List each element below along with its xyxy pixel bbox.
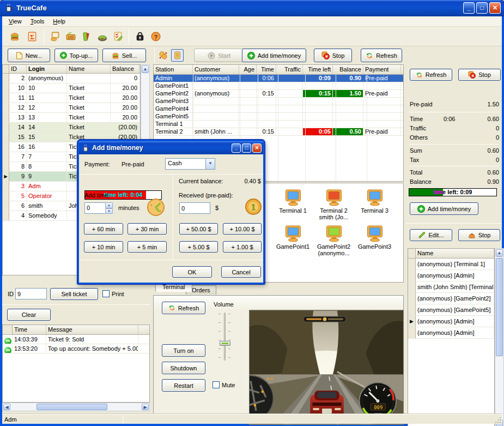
- terminal-icon-item[interactable]: GamePoint2 (anonymo...: [313, 225, 354, 256]
- table-row[interactable]: 13 13 Ticket 20.00: [3, 113, 140, 123]
- scroll-right-arrow[interactable]: ▶: [142, 404, 149, 410]
- terminal-refresh-button[interactable]: Refresh: [162, 302, 205, 314]
- session-row[interactable]: (anonymous) [Admin]: [408, 327, 494, 339]
- add-time-money-button[interactable]: Add time/money: [242, 49, 306, 62]
- session-row[interactable]: (anonymous) [GamePoint5]: [408, 304, 494, 316]
- dialog-close-button[interactable]: ✕: [252, 143, 262, 153]
- restart-button[interactable]: Restart: [162, 379, 205, 392]
- menu-item[interactable]: Tools: [26, 17, 49, 26]
- scroll-up-arrow[interactable]: ▲: [142, 65, 149, 73]
- turn-on-button[interactable]: Turn on: [162, 344, 205, 357]
- scroll-up-arrow[interactable]: ▲: [496, 249, 503, 257]
- minutes-stepper[interactable]: ▲▼: [84, 202, 113, 214]
- payment-method-select[interactable]: Cash ▼: [165, 158, 215, 170]
- menu-item[interactable]: View: [4, 17, 26, 26]
- session-row[interactable]: ▶ (anonymous) [Admin]: [408, 316, 494, 327]
- stop-button[interactable]: Stop: [314, 49, 352, 62]
- ok-button[interactable]: OK: [172, 266, 212, 278]
- ticket-id-input[interactable]: [15, 288, 47, 299]
- dialog-maximize-button[interactable]: □: [242, 143, 251, 153]
- terminal-icon-item[interactable]: Terminal 2 smith (Jo...: [313, 189, 354, 220]
- minutes-input[interactable]: [84, 202, 105, 214]
- col-time-left[interactable]: Time left: [303, 65, 333, 74]
- exchange-icon[interactable]: [157, 49, 169, 62]
- log-row[interactable]: 14:03:39 Ticket 9: Sold: [3, 335, 149, 344]
- add-money-button[interactable]: + 5.00 $: [179, 241, 218, 253]
- add-money-button[interactable]: + 1.00 $: [223, 241, 262, 253]
- table-row[interactable]: 11 11 Ticket 20.00: [3, 93, 140, 103]
- start-button[interactable]: Start: [194, 49, 244, 62]
- minimize-button[interactable]: _: [463, 2, 475, 14]
- lock-icon[interactable]: [133, 29, 147, 44]
- help-icon[interactable]: ?: [149, 29, 163, 44]
- session-row[interactable]: smith (John Smith) [Terminal 2]: [408, 281, 494, 293]
- col-name[interactable]: Name: [416, 249, 494, 258]
- clear-log-button[interactable]: Clear: [7, 309, 51, 321]
- terminal-icon-item[interactable]: GamePoint3: [354, 225, 395, 256]
- accounts-icon[interactable]: [48, 29, 62, 44]
- table-row[interactable]: 2 (anonymous) 0: [3, 74, 140, 83]
- sell-food-icon[interactable]: [8, 29, 22, 44]
- col-name[interactable]: Name: [67, 65, 111, 73]
- close-button[interactable]: ✕: [489, 2, 501, 14]
- shutdown-button[interactable]: Shutdown: [162, 362, 205, 374]
- terminal-icon-item[interactable]: Terminal 3: [354, 189, 395, 220]
- chevron-down-icon[interactable]: ▼: [205, 159, 215, 169]
- col-traffic[interactable]: Traffic: [276, 65, 303, 74]
- session-row[interactable]: (anonymous) [Terminal 1]: [408, 259, 494, 270]
- report-icon[interactable]: Σ: [25, 29, 39, 44]
- tariffs-icon[interactable]: 100: [64, 29, 78, 44]
- session-refresh-button[interactable]: Refresh: [410, 69, 452, 81]
- session-add-time-button[interactable]: Add time/money: [410, 202, 478, 215]
- maximize-button[interactable]: □: [476, 2, 488, 14]
- cancel-button[interactable]: Cancel: [221, 266, 261, 278]
- log-row[interactable]: 13:53:20 Top up account: Somebody + 5.00: [3, 344, 149, 353]
- topup-button[interactable]: Top-up...: [54, 49, 98, 62]
- station-row[interactable]: GamePoint4: [154, 105, 403, 113]
- table-row[interactable]: 12 12 Ticket 20.00: [3, 103, 140, 113]
- col-customer[interactable]: Customer: [193, 65, 239, 74]
- station-row[interactable]: Terminal 2 smith (John ... 0:15 0:05 0.5…: [154, 128, 403, 136]
- station-row[interactable]: GamePoint5: [154, 113, 403, 121]
- col-time[interactable]: Time: [13, 325, 46, 334]
- station-row[interactable]: Admin (anonymous) 0:06 0:09 0.90 Pre-pai…: [154, 75, 403, 82]
- received-input[interactable]: [179, 202, 210, 214]
- scroll-thumb[interactable]: [496, 258, 503, 356]
- col-payment[interactable]: Payment: [363, 65, 401, 74]
- station-row[interactable]: GamePoint3: [154, 98, 403, 105]
- refresh-button[interactable]: Refresh: [361, 49, 402, 62]
- sell-button[interactable]: Sell...: [102, 49, 146, 62]
- station-row[interactable]: GamePoint1: [154, 82, 403, 90]
- orders-panel-icon[interactable]: [171, 49, 184, 62]
- topup-wallet-icon[interactable]: [95, 29, 110, 44]
- col-message[interactable]: Message: [46, 325, 138, 334]
- log-hscrollbar[interactable]: ◀ ▶: [2, 403, 150, 411]
- volume-slider-thumb[interactable]: [220, 341, 230, 346]
- col-id[interactable]: ID: [9, 65, 27, 73]
- add-minutes-button[interactable]: + 5 min: [127, 241, 167, 253]
- menu-item[interactable]: Help: [48, 17, 70, 26]
- terminal-icon-item[interactable]: GamePoint1: [272, 225, 313, 256]
- col-station[interactable]: Station: [154, 65, 193, 74]
- table-row[interactable]: 14 14 Ticket (20.00): [3, 123, 140, 133]
- edit-session-button[interactable]: Edit...: [410, 229, 452, 241]
- col-balance[interactable]: Balance: [111, 65, 139, 73]
- resize-grip[interactable]: [494, 416, 501, 423]
- spin-up-icon[interactable]: ▲: [105, 202, 113, 208]
- col-time[interactable]: Time: [257, 65, 276, 74]
- session-stop-button[interactable]: Stop: [458, 69, 501, 81]
- station-row[interactable]: GamePoint2 (anonymous) 0:15 0:15 1.50 Pr…: [154, 90, 403, 98]
- session-row[interactable]: (anonymous) [GamePoint2]: [408, 293, 494, 304]
- scroll-left-arrow[interactable]: ◀: [3, 404, 10, 410]
- dialog-minimize-button[interactable]: _: [232, 143, 241, 153]
- dialog-title-bar[interactable]: Add time/money _ □ ✕: [79, 141, 263, 154]
- station-row[interactable]: Terminal 1: [154, 121, 403, 128]
- add-minutes-button[interactable]: + 60 min: [84, 223, 123, 235]
- table-row[interactable]: 10 10 Ticket 20.00: [3, 83, 140, 93]
- session-row[interactable]: (anonymous) [Admin]: [408, 270, 494, 281]
- sessions-scrollbar[interactable]: ▲ ▼: [495, 248, 504, 426]
- spin-down-icon[interactable]: ▼: [105, 208, 113, 214]
- print-checkbox[interactable]: [102, 290, 110, 297]
- title-bar[interactable]: TrueCafe _ □ ✕: [0, 0, 504, 16]
- scroll-thumb[interactable]: [37, 404, 107, 410]
